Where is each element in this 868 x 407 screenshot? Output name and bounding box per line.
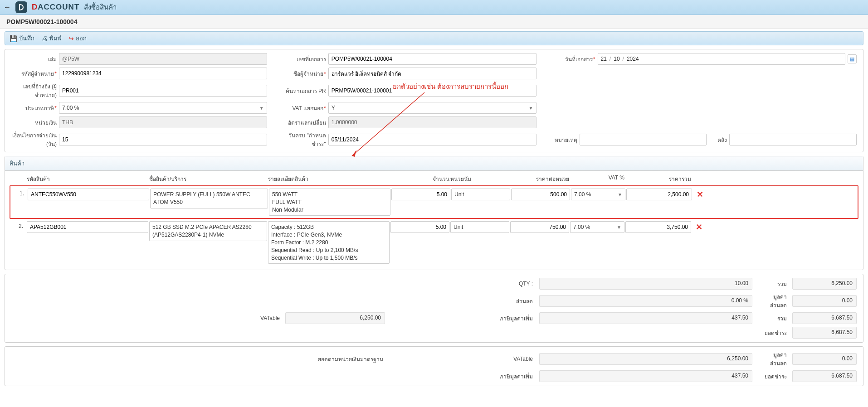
vendorname-label: ชื่อผู้จำหน่าย [281, 69, 326, 78]
warehouse-label: คลัง [709, 136, 727, 144]
due2-value: 6,687.50 [792, 370, 857, 382]
caret-down-icon: ▼ [529, 106, 533, 111]
discamt2-label: มูลค่าส่วนลด [757, 350, 789, 368]
th-unitprice: ราคาต่อหน่วย [510, 174, 569, 183]
print-icon: 🖨 [41, 35, 48, 42]
item-unitprice-input[interactable] [511, 189, 570, 200]
item-detail[interactable]: Capacity : 512GB Interface : PCIe Gen3, … [268, 221, 390, 264]
currency-label: หน่วยเงิน [11, 118, 57, 127]
print-button[interactable]: 🖨 พิมพ์ [41, 34, 62, 43]
th-qty: จำนวน [390, 174, 449, 183]
warehouse-input[interactable] [729, 134, 857, 145]
page-title: สั่งซื้อสินค้า [84, 2, 117, 13]
caret-down-icon: ▼ [618, 192, 622, 197]
item-row: 1. POWER SUPPLY (FULL) 550W ANTEC ATOM V… [10, 185, 858, 219]
item-num: 2. [10, 221, 26, 229]
vatadd-label: ภาษีมูลค่าเพิ่ม [390, 314, 535, 323]
ref-input[interactable] [59, 85, 267, 97]
calendar-icon[interactable]: ▦ [848, 54, 857, 63]
rate-input [328, 116, 536, 128]
items-header-row: รหัสสินค้า ชื่อสินค้า/บริการ รายละเอียดส… [10, 173, 858, 185]
th-unit: หน่วยนับ [450, 174, 509, 183]
vatout-select[interactable]: Y▼ [328, 102, 536, 114]
item-unit-select[interactable]: Unit [451, 189, 510, 200]
discount-label: ส่วนลด [390, 297, 535, 305]
qty-value: 10.00 [539, 278, 752, 290]
taxtype-label: ประเภทภาษี [11, 104, 57, 112]
duepay-label: ยอดชำระ [757, 329, 789, 337]
item-num: 1. [10, 189, 27, 197]
item-name[interactable]: 512 GB SSD M.2 PCIe APACER AS2280 (AP512… [149, 221, 267, 241]
vat2-value: 437.50 [539, 370, 752, 382]
item-total-input[interactable] [625, 221, 691, 233]
save-icon: 💾 [10, 35, 17, 42]
discount-value: 0.00 % [539, 295, 752, 307]
item-total-input[interactable] [626, 189, 692, 200]
th-name: ชื่อสินค้า/บริการ [149, 174, 267, 183]
docdate-input[interactable]: 21/10/2024 [598, 53, 846, 65]
terms-input[interactable] [59, 134, 267, 145]
exit-icon: ↪ [68, 35, 74, 42]
item-code-input[interactable] [27, 221, 148, 233]
delete-row-button[interactable]: ✕ [692, 221, 706, 232]
due-input[interactable] [328, 134, 536, 145]
item-detail[interactable]: 550 WATT FULL WATT Non Modular [269, 189, 390, 216]
th-total: ราคารวม [625, 174, 691, 183]
th-vat: VAT % [570, 174, 624, 183]
vatable2-value: 6,250.00 [539, 353, 752, 365]
item-name[interactable]: POWER SUPPLY (FULL) 550W ANTEC ATOM V550 [150, 189, 268, 208]
qty-label: QTY : [390, 281, 535, 287]
vendorcode-label: รหัสผู้จำหน่าย [11, 69, 57, 78]
vendorcode-input[interactable] [59, 68, 267, 79]
totals-panel-2: ยอดตามหน่วยเงินมาตรฐาน VATable 6,250.00 … [5, 346, 863, 386]
document-id: POMP5W/00021-100004 [0, 15, 868, 29]
form-panel: ยกตัวอย่างเช่น ต้องการลบรายการนี้ออก เล่… [5, 49, 863, 152]
sum2-label: รวม [757, 314, 789, 323]
docno-label: เลขที่เอกสาร [281, 55, 326, 63]
discamt2-value: 0.00 [792, 353, 857, 365]
item-unitprice-input[interactable] [510, 221, 569, 233]
vatout-label: VAT แยกนอก [281, 104, 326, 112]
ref-label: เลขที่อ้างอิง (ผู้จำหน่าย) [11, 82, 57, 99]
sum-value: 6,250.00 [792, 278, 857, 290]
docdate-label: วันที่เอกสาร [550, 55, 595, 63]
base-label: ยอดตามหน่วยเงินมาตรฐาน [11, 355, 385, 363]
docno-input[interactable] [328, 53, 536, 65]
exit-button[interactable]: ↪ ออก [68, 34, 87, 43]
item-vat-select[interactable]: 7.00 %▼ [571, 189, 625, 200]
caret-down-icon: ▼ [617, 225, 621, 230]
save-button[interactable]: 💾 บันทึก [10, 34, 34, 43]
due2-label: ยอดชำระ [757, 372, 789, 381]
delete-row-button[interactable]: ✕ [693, 189, 707, 199]
book-label: เล่ม [11, 55, 57, 63]
caret-down-icon: ▼ [259, 106, 264, 111]
pr-label: ค้นหาเอกสาร PR [281, 87, 326, 95]
book-input [59, 53, 267, 65]
back-icon[interactable]: ← [4, 3, 11, 11]
items-section-title: สินค้า [5, 156, 863, 171]
sum-label: รวม [757, 280, 789, 288]
brand-name: DACCOUNT [32, 3, 79, 12]
discount-amt-value: 0.00 [792, 295, 857, 307]
vatable-value: 6,250.00 [285, 312, 385, 324]
app-header: ← DACCOUNT สั่งซื้อสินค้า [0, 0, 868, 15]
note-input[interactable] [580, 134, 707, 145]
toolbar: 💾 บันทึก 🖨 พิมพ์ ↪ ออก [5, 31, 863, 45]
vatadd-value: 437.50 [539, 312, 752, 324]
taxtype-select[interactable]: 7.00 %▼ [59, 102, 267, 114]
due-label: วันครบ "กำหนดชำระ" [281, 131, 326, 148]
item-vat-select[interactable]: 7.00 %▼ [570, 221, 624, 233]
th-code: รหัสสินค้า [27, 174, 148, 183]
item-qty-input[interactable] [391, 189, 450, 200]
discount-amt-label: มูลค่าส่วนลด [757, 292, 789, 310]
terms-label: เงื่อนไขการจ่ายเงิน (วัน) [11, 131, 57, 148]
annotation-text: ยกตัวอย่างเช่น ต้องการลบรายการนี้ออก [393, 81, 508, 92]
items-panel: สินค้า รหัสสินค้า ชื่อสินค้า/บริการ รายล… [5, 156, 863, 270]
vendorname-input[interactable] [328, 68, 536, 79]
currency-input [59, 116, 267, 128]
vatable-label: VATable [260, 315, 282, 321]
item-qty-input[interactable] [390, 221, 449, 233]
item-row: 2. 512 GB SSD M.2 PCIe APACER AS2280 (AP… [10, 219, 858, 266]
item-code-input[interactable] [28, 189, 149, 200]
item-unit-select[interactable]: Unit [450, 221, 509, 233]
